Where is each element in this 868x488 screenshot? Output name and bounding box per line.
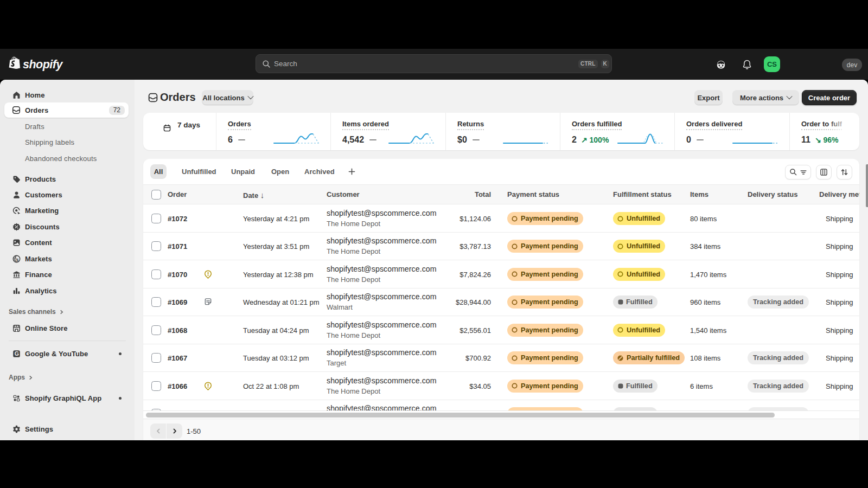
svg-text:shopify: shopify bbox=[23, 58, 63, 71]
svg-text:$: $ bbox=[16, 257, 18, 262]
svg-text:G: G bbox=[14, 350, 18, 357]
